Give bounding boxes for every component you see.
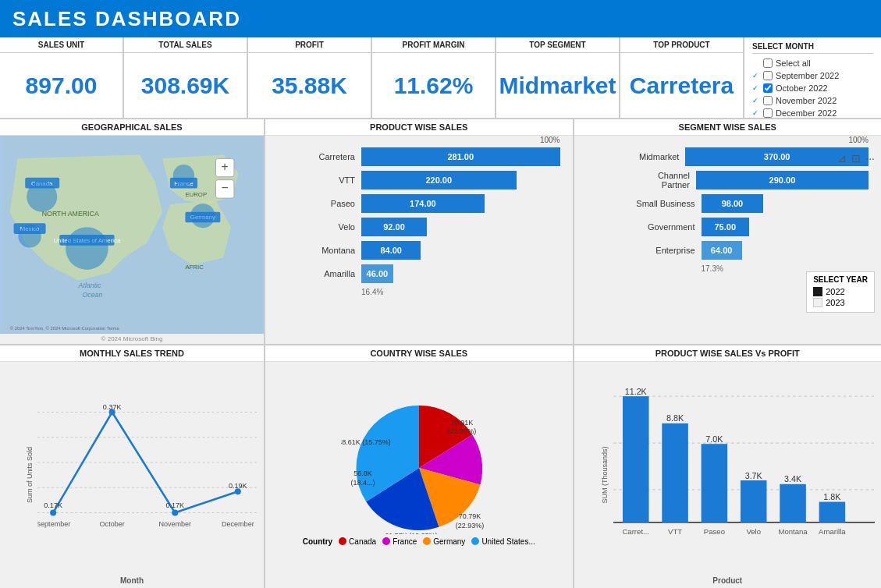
kpi-section: SALES UNIT 897.00 TOTAL SALES 308.69K PR… [0, 37, 881, 119]
bar-row-carretera: Carretera 281.00 [312, 147, 560, 166]
sm-label-2: October 2022 [776, 83, 828, 93]
bar-fill-amarilla: 46.00 [361, 264, 393, 283]
sy-swatch-2022 [813, 287, 822, 296]
svg-text:Carret...: Carret... [622, 527, 649, 536]
seg-bar-channel: Channel Partner 290.00 [629, 171, 869, 190]
kpi-top-segment: TOP SEGMENT Midmarket [496, 37, 620, 118]
select-year-title: SELECT YEAR [813, 275, 868, 284]
kpi-profit-margin-value: 11.62% [394, 73, 474, 99]
pp-chart-container: SUM (Thousands) 11.2K 10K 5K 0K [574, 362, 882, 588]
bar-track-paseo: 174.00 [361, 194, 560, 213]
bar-track-carretera: 281.00 [361, 147, 560, 166]
more-icon[interactable]: ··· [865, 152, 875, 165]
seg-fill-enterprise: 64.00 [702, 241, 742, 260]
sy-swatch-2023 [813, 298, 822, 307]
svg-text:EUROP: EUROP [185, 191, 207, 198]
geo-panel: GEOGRAPHICAL SALES Atlantic Ocean [0, 119, 265, 344]
svg-text:1.8K: 1.8K [823, 492, 841, 501]
svg-text:56.8K: 56.8K [353, 469, 372, 477]
bar-row-montana: Montana 84.00 [312, 241, 560, 260]
product-axis-top: 100% [265, 136, 573, 144]
product-bar-chart: Carretera 281.00 VTT 220.00 Paseo [265, 144, 573, 344]
legend-us: United States... [471, 537, 535, 546]
pp-x-label: Product [574, 576, 882, 585]
sm-sep-2022[interactable]: ✓ September 2022 [752, 69, 873, 82]
kpi-top-product-value: Carretera [630, 73, 734, 99]
bar-label-montana: Montana [312, 246, 355, 255]
svg-point-18 [18, 225, 41, 247]
svg-text:(18.4...): (18.4...) [350, 479, 375, 487]
filter-icon[interactable]: ⊿ [837, 152, 847, 165]
svg-point-20 [190, 204, 215, 228]
svg-text:−: − [222, 181, 229, 194]
sy-2023[interactable]: 2023 [813, 298, 868, 307]
kpi-total-sales-label: TOTAL SALES [124, 37, 247, 53]
bar-track-amarilla: 46.00 [361, 264, 560, 283]
product-axis-left: 16.4% [361, 288, 383, 296]
sy-label-2022: 2022 [826, 287, 844, 296]
seg-fill-govt: 75.00 [702, 218, 750, 236]
legend-dot-canada [339, 537, 346, 545]
sm-select-all[interactable]: Select all [752, 57, 873, 69]
kpi-sales-unit-value: 897.00 [26, 73, 98, 99]
country-title: COUNTRY WISE SALES [265, 345, 573, 362]
monthly-chart-container: Sum of Units Sold 0.35K 0.30K 0.25K 0.20… [0, 362, 264, 588]
seg-label-midmarket: Midmarket [629, 152, 680, 161]
sm-dec-2022[interactable]: ✓ December 2022 [752, 107, 873, 119]
svg-text:Montana: Montana [778, 527, 808, 536]
bottom-row: MONTHLY SALES TREND Sum of Units Sold 0.… [0, 345, 881, 588]
seg-bar-midmarket: Midmarket 370.00 [629, 147, 869, 166]
kpi-top-product-label: TOP PRODUCT [620, 37, 743, 53]
select-year-panel: SELECT YEAR 2022 2023 [806, 271, 875, 313]
bar-track-vtt: 220.00 [361, 171, 560, 190]
sm-tick-2: ✓ [752, 84, 760, 92]
sm-checkbox-3[interactable] [763, 96, 773, 105]
segment-bar-chart: Midmarket 370.00 Channel Partner 290.00 … [574, 144, 882, 344]
sy-2022[interactable]: 2022 [813, 287, 868, 296]
svg-text:November: November [158, 520, 191, 528]
segment-panel: SEGMENT WISE SALES 100% ⊿ ⊡ ··· Midmarke… [574, 119, 882, 344]
seg-label-channel: Channel Partner [629, 171, 690, 190]
bar-fill-montana: 84.00 [361, 241, 421, 260]
bar-track-montana: 84.00 [361, 241, 560, 260]
product-profit-panel: PRODUCT WISE SALES Vs PROFIT SUM (Thousa… [574, 345, 882, 588]
sm-checkbox-2[interactable] [763, 83, 773, 93]
sm-checkbox-1[interactable] [763, 71, 773, 80]
sm-oct-2022[interactable]: ✓ October 2022 [752, 82, 873, 94]
svg-rect-67 [701, 444, 727, 522]
legend-dot-france [382, 537, 390, 545]
kpi-profit: PROFIT 35.88K [248, 37, 372, 118]
sm-checkbox-0[interactable] [763, 58, 773, 68]
expand-icon[interactable]: ⊡ [851, 152, 861, 165]
svg-text:+: + [222, 160, 229, 173]
product-panel-title: PRODUCT WISE SALES [265, 119, 573, 136]
sm-checkbox-4[interactable] [763, 108, 773, 118]
svg-text:0.17K: 0.17K [44, 501, 62, 509]
pp-svg: 11.2K 10K 5K 0K 11.2K 8.8K [613, 368, 876, 565]
kpi-top-segment-label: TOP SEGMENT [496, 37, 619, 53]
select-month-title: SELECT MONTH [752, 42, 873, 54]
sm-tick-0 [752, 59, 760, 67]
map-copyright: © 2024 Microsoft Bing [0, 334, 264, 344]
legend-dot-us [471, 537, 479, 545]
legend-label-canada: Canada [349, 537, 376, 546]
pp-y-label: SUM (Thousands) [600, 446, 608, 503]
kpi-profit-margin-label: PROFIT MARGIN [372, 37, 495, 53]
dashboard: SALES DASHBOARD SALES UNIT 897.00 TOTAL … [0, 0, 881, 588]
svg-text:September: September [37, 520, 70, 528]
legend-label-germany: Germany [433, 537, 465, 546]
svg-text:Ocean: Ocean [82, 291, 102, 299]
sm-label-0: Select all [776, 58, 811, 68]
legend-label: Country [303, 537, 332, 546]
seg-fill-smallbiz: 98.00 [702, 194, 764, 213]
seg-label-enterprise: Enterprise [629, 246, 695, 255]
monthly-title: MONTHLY SALES TREND [0, 345, 264, 362]
kpi-total-sales: TOTAL SALES 308.69K [124, 37, 248, 118]
svg-point-35 [50, 509, 56, 515]
svg-rect-63 [622, 396, 648, 522]
select-month-panel: SELECT MONTH Select all ✓ September 2022… [744, 37, 881, 118]
kpi-sales-unit-label: SALES UNIT [0, 37, 123, 53]
seg-bar-smallbiz: Small Business 98.00 [629, 194, 869, 213]
country-panel: COUNTRY WISE SALES [265, 345, 574, 588]
sm-nov-2022[interactable]: ✓ November 2022 [752, 94, 873, 107]
